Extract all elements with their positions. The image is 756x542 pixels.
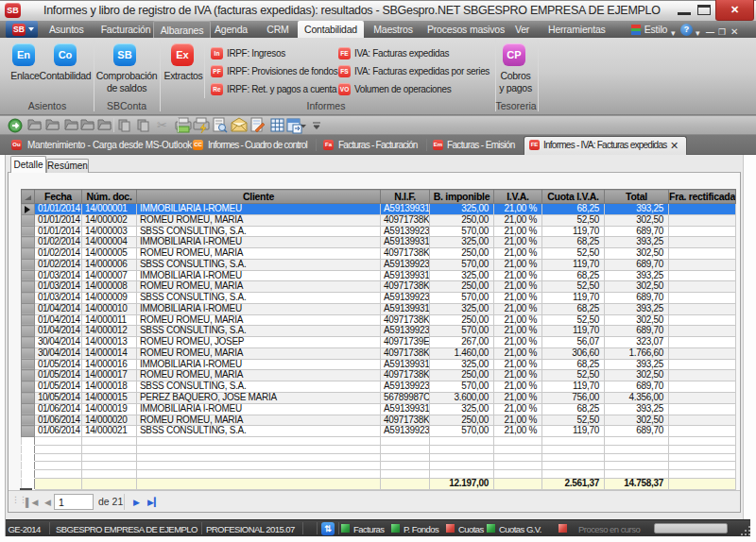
svg-text:✂: ✂ — [157, 118, 167, 132]
